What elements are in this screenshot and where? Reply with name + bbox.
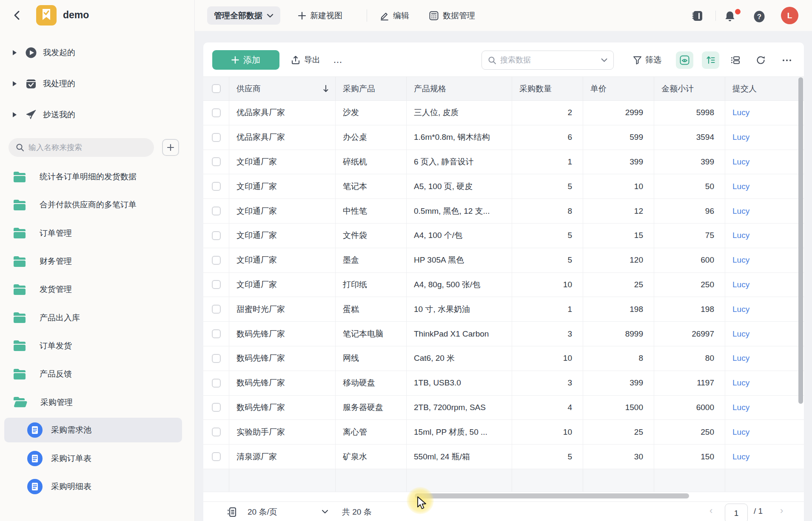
row-checkbox[interactable] <box>212 305 221 314</box>
current-page-input[interactable]: 1 <box>725 504 748 521</box>
header-price[interactable]: 单价 <box>583 77 654 100</box>
submitter-link[interactable]: Lucy <box>732 354 749 363</box>
row-checkbox[interactable] <box>212 280 221 289</box>
table-row[interactable]: 文印通厂家 笔记本 A5, 100 页, 硬皮 5 10 50 Lucy <box>203 174 804 199</box>
sidebar-item-processed[interactable]: 我处理的 <box>0 72 194 96</box>
sidebar-folder[interactable]: 合并付款供应商的多笔订单 <box>0 191 194 219</box>
sidebar-form-purchase-orders[interactable]: 采购订单表 <box>4 446 182 471</box>
table-row[interactable]: 文印通厂家 打印纸 A4, 80g, 500 张/包 10 25 250 Luc… <box>203 273 804 297</box>
user-avatar[interactable]: L <box>781 7 798 24</box>
submitter-link[interactable]: Lucy <box>732 403 749 412</box>
submitter-link[interactable]: Lucy <box>732 255 749 265</box>
back-button[interactable] <box>11 9 23 21</box>
table-row[interactable]: 数码先锋厂家 服务器硬盘 2TB, 7200rpm, SAS 4 1500 60… <box>203 396 804 420</box>
table-row[interactable]: 优品家具厂家 办公桌 1.6m*0.8m, 钢木结构 6 599 3594 Lu… <box>203 125 804 150</box>
submitter-link[interactable]: Lucy <box>732 280 749 289</box>
submitter-link[interactable]: Lucy <box>732 231 749 240</box>
sidebar-folder[interactable]: 发货管理 <box>0 275 194 303</box>
table-row[interactable]: 文印通厂家 墨盒 HP 305A 黑色 5 120 600 Lucy <box>203 248 804 273</box>
row-checkbox[interactable] <box>212 256 221 265</box>
table-row[interactable]: 文印通厂家 文件袋 A4, 100 个/包 5 15 75 Lucy <box>203 224 804 248</box>
caret-right-icon[interactable] <box>13 50 17 55</box>
submitter-link[interactable]: Lucy <box>732 428 749 437</box>
chevron-down-icon[interactable] <box>601 58 607 62</box>
notification-bell-icon[interactable] <box>724 10 736 24</box>
header-submitter[interactable]: 提交人 <box>725 77 804 100</box>
sidebar-search-input[interactable] <box>28 143 143 152</box>
table-row[interactable]: 清泉源厂家 矿泉水 550ml, 24 瓶/箱 5 30 150 Lucy <box>203 445 804 469</box>
more-options-button[interactable] <box>778 51 795 69</box>
table-row[interactable]: 数码先锋厂家 网线 Cat6, 20 米 10 8 80 Lucy <box>203 346 804 371</box>
row-checkbox[interactable] <box>212 452 221 461</box>
sidebar-folder[interactable]: 订单发货 <box>0 332 194 360</box>
row-checkbox[interactable] <box>212 207 221 215</box>
row-checkbox[interactable] <box>212 403 221 412</box>
row-checkbox[interactable] <box>212 157 221 166</box>
sidebar-folder[interactable]: 产品出入库 <box>0 303 194 331</box>
submitter-link[interactable]: Lucy <box>732 452 749 462</box>
header-product[interactable]: 采购产品 <box>336 77 407 100</box>
table-row[interactable]: 实验助手厂家 离心管 15ml, PP 材质, 50 ... 10 25 250… <box>203 420 804 445</box>
row-checkbox[interactable] <box>212 354 221 363</box>
row-checkbox[interactable] <box>212 379 221 388</box>
row-checkbox[interactable] <box>212 231 221 240</box>
sidebar-item-initiated[interactable]: 我发起的 <box>0 41 194 65</box>
row-checkbox[interactable] <box>212 182 221 191</box>
row-checkbox[interactable] <box>212 428 221 436</box>
caret-right-icon[interactable] <box>13 112 17 117</box>
sidebar-folder[interactable]: 统计各订单明细的发货数据 <box>0 163 194 191</box>
refresh-button[interactable] <box>752 51 769 69</box>
view-switcher-button[interactable]: 管理全部数据 <box>207 6 280 25</box>
data-manage-button[interactable]: 数据管理 <box>429 6 475 25</box>
row-checkbox[interactable] <box>212 108 221 117</box>
page-size-select[interactable]: 20 条/页 <box>248 507 277 518</box>
prev-page-button[interactable]: ‹ <box>709 505 712 516</box>
submitter-link[interactable]: Lucy <box>732 108 749 117</box>
header-supplier[interactable]: 供应商 <box>229 77 336 100</box>
submitter-link[interactable]: Lucy <box>732 157 749 167</box>
submitter-link[interactable]: Lucy <box>732 207 749 216</box>
toolbar-more-button[interactable]: … <box>333 50 343 70</box>
sidebar-folder[interactable]: 产品反馈 <box>0 360 194 388</box>
add-record-button[interactable]: 添加 <box>212 50 279 70</box>
sidebar-folder[interactable]: 订单管理 <box>0 219 194 247</box>
table-row[interactable]: 文印通厂家 碎纸机 6 页入, 静音设计 1 399 399 Lucy <box>203 150 804 175</box>
vertical-scrollbar[interactable] <box>798 77 803 404</box>
row-checkbox[interactable] <box>212 133 221 142</box>
sidebar-form-purchase-details[interactable]: 采购明细表 <box>4 474 182 499</box>
table-row[interactable]: 优品家具厂家 沙发 三人位, 皮质 2 2999 5998 Lucy <box>203 101 804 125</box>
sort-toggle-button[interactable] <box>702 51 719 69</box>
workbench-panel-icon[interactable] <box>692 10 704 23</box>
header-qty[interactable]: 采购数量 <box>512 77 583 100</box>
sidebar-item-cc[interactable]: 抄送我的 <box>0 103 194 127</box>
group-view-button[interactable] <box>727 51 744 69</box>
row-checkbox[interactable] <box>212 329 221 338</box>
sidebar-form-purchase-pool[interactable]: 采购需求池 <box>4 418 182 442</box>
help-icon[interactable]: ? <box>753 10 766 25</box>
header-spec[interactable]: 产品规格 <box>407 77 512 100</box>
sidebar-folder[interactable]: 财务管理 <box>0 247 194 275</box>
filter-button[interactable]: 筛选 <box>633 50 661 70</box>
submitter-link[interactable]: Lucy <box>732 329 749 339</box>
caret-right-icon[interactable] <box>13 81 17 86</box>
new-view-button[interactable]: 新建视图 <box>298 6 342 25</box>
submitter-link[interactable]: Lucy <box>732 378 749 388</box>
header-subtotal[interactable]: 金额小计 <box>654 77 725 100</box>
card-view-toggle-button[interactable] <box>676 51 693 69</box>
table-row[interactable]: 数码先锋厂家 笔记本电脑 ThinkPad X1 Carbon 3 8999 2… <box>203 322 804 346</box>
submitter-link[interactable]: Lucy <box>732 305 749 314</box>
select-all-checkbox[interactable] <box>212 84 221 93</box>
export-button[interactable]: 导出 <box>291 50 320 70</box>
add-node-button[interactable] <box>162 139 179 156</box>
edit-button[interactable]: 编辑 <box>380 6 409 25</box>
horizontal-scrollbar[interactable] <box>415 493 689 498</box>
table-search-input[interactable] <box>500 56 594 65</box>
next-page-button[interactable]: › <box>780 505 783 516</box>
table-row[interactable]: 甜蜜时光厂家 蛋糕 10 寸, 水果奶油 1 198 198 Lucy <box>203 297 804 322</box>
table-row[interactable]: 文印通厂家 中性笔 0.5mm, 黑色, 12 支... 8 12 96 Luc… <box>203 199 804 224</box>
sidebar-folder[interactable]: 采购管理 <box>0 388 194 416</box>
table-row[interactable]: 数码先锋厂家 移动硬盘 1TB, USB3.0 3 399 1197 Lucy <box>203 371 804 396</box>
submitter-link[interactable]: Lucy <box>732 133 749 142</box>
chevron-down-icon[interactable] <box>322 510 328 514</box>
submitter-link[interactable]: Lucy <box>732 182 749 191</box>
